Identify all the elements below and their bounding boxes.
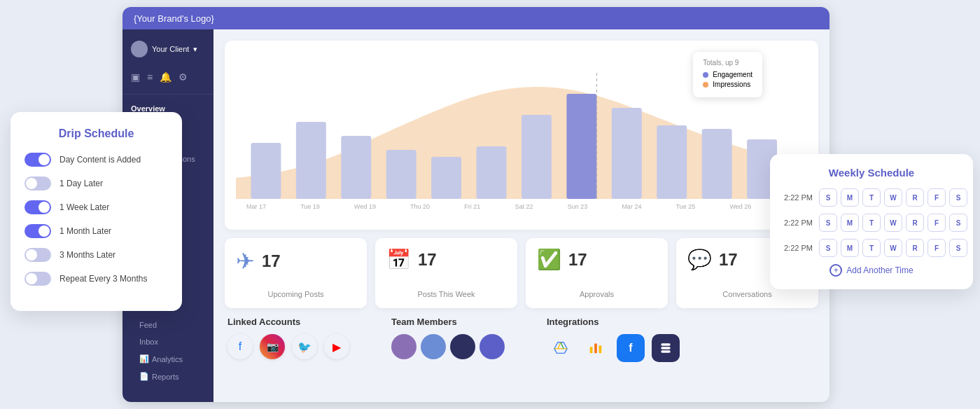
upcoming-posts-label: Upcoming Posts [236,290,356,298]
gear-icon[interactable]: ⚙ [178,71,188,83]
team-members-section: Team Members [391,317,505,362]
chevron-down-icon: ▾ [193,45,197,54]
stat-top-approvals: ✅ 17 [537,248,657,271]
day-btn-R1[interactable]: R [906,214,924,232]
svg-rect-3 [386,150,416,199]
linked-accounts-section: Linked Accounts f 📷 🐦 ▶ [227,317,349,362]
app-container: {Your Brand's Logo} Your Client ▾ ▣ ≡ 🔔 … [122,7,830,402]
chart-card: Totals, up 9 Engagement Impressions [225,41,818,230]
integrations-title: Integrations [547,317,680,327]
sidebar-client[interactable]: Your Client ▾ [122,41,214,66]
day-btn-T0[interactable]: T [862,188,881,207]
weekly-schedule-card: Weekly Schedule 2:22 PM S M T W R F S 2:… [770,154,973,289]
drip-item-0: Day Content is Added [24,153,168,167]
posts-week-label: Posts This Week [386,290,506,298]
sidebar-divider [122,94,214,95]
drip-toggle-2[interactable] [24,200,51,214]
reports-icon: 📄 [139,372,149,381]
day-btn-R0[interactable]: R [906,188,924,207]
stat-top-thisweek: 📅 17 [386,248,506,271]
check-circle-icon: ✅ [537,248,561,271]
google-drive-icon[interactable] [547,334,575,362]
app-header: {Your Brand's Logo} [122,7,830,29]
svg-rect-15 [599,345,602,353]
drip-label-0: Day Content is Added [59,155,141,165]
sidebar-item-reports[interactable]: 📄 Reports [131,368,205,385]
instagram-account-icon[interactable]: 📷 [260,334,285,359]
day-btn-M2[interactable]: M [841,239,859,257]
day-btn-F1[interactable]: F [927,214,946,232]
svg-rect-16 [661,343,670,345]
add-time-icon: + [830,264,842,277]
sidebar-icons: ▣ ≡ 🔔 ⚙ [122,66,214,88]
day-btn-R2[interactable]: R [906,239,924,257]
twitter-account-icon[interactable]: 🐦 [292,334,317,359]
day-btn-S2-0[interactable]: S [949,188,967,207]
day-btn-W1[interactable]: W [884,214,902,232]
drip-label-5: Repeat Every 3 Months [59,274,147,284]
day-buttons-2: S M T W R F S [819,239,967,257]
day-btn-W0[interactable]: W [884,188,902,207]
app-content: Your Client ▾ ▣ ≡ 🔔 ⚙ Overview Dashboard… [122,29,830,402]
drip-item-1: 1 Day Later [24,176,168,190]
drip-label-2: 1 Week Later [59,202,109,212]
bell-icon[interactable]: 🔔 [160,71,172,83]
day-btn-T1[interactable]: T [862,214,881,232]
team-members-title: Team Members [391,317,505,327]
drip-toggle-0[interactable] [24,153,51,167]
analytics-icon[interactable] [582,334,610,362]
day-btn-W2[interactable]: W [884,239,902,257]
stat-card-approvals: ✅ 17 Approvals [526,238,668,308]
svg-rect-1 [296,122,326,199]
day-btn-S2-2[interactable]: S [949,239,967,257]
drip-toggle-4[interactable] [24,248,51,262]
day-btn-S0[interactable]: S [819,188,837,207]
calendar-icon: 📅 [386,248,411,271]
bottom-row: Linked Accounts f 📷 🐦 ▶ Team Members [225,317,818,362]
svg-rect-9 [657,125,687,199]
svg-rect-13 [590,347,593,353]
brand-logo-text: {Your Brand's Logo} [134,13,214,24]
analytics-icon: 📊 [139,354,149,363]
day-btn-S1[interactable]: S [819,214,837,232]
facebook-account-icon[interactable]: f [227,334,253,359]
drip-item-3: 1 Month Later [24,224,168,238]
day-btn-F0[interactable]: F [927,188,946,207]
drip-item-5: Repeat Every 3 Months [24,272,168,286]
sidebar-item-inbox[interactable]: Inbox [131,333,205,350]
drip-toggle-1[interactable] [24,176,51,190]
drip-toggle-3[interactable] [24,224,51,238]
conversations-label: Conversations [687,290,807,298]
day-btn-M1[interactable]: M [841,214,859,232]
drip-label-1: 1 Day Later [59,179,103,188]
sidebar-item-analytics[interactable]: 📊 Analytics [131,350,205,368]
drip-item-2: 1 Week Later [24,200,168,214]
add-time-button[interactable]: + Add Another Time [784,264,959,277]
buffer-icon[interactable] [652,334,680,362]
monitor-icon[interactable]: ▣ [131,71,140,83]
sidebar-item-feed[interactable]: Feed [131,317,205,333]
facebook-integration-icon[interactable]: f [617,334,645,362]
posts-week-number: 17 [418,250,437,270]
youtube-account-icon[interactable]: ▶ [324,334,349,359]
account-icons: f 📷 🐦 ▶ [227,334,349,359]
day-btn-S2-1[interactable]: S [949,214,967,232]
weekly-row-2: 2:22 PM S M T W R F S [784,239,959,257]
list-icon[interactable]: ≡ [147,71,153,83]
svg-rect-18 [661,350,670,352]
day-btn-M0[interactable]: M [841,188,859,207]
drip-toggle-5[interactable] [24,272,51,286]
svg-rect-0 [251,143,281,199]
add-time-label: Add Another Time [846,265,913,275]
svg-rect-6 [522,115,552,199]
approvals-number: 17 [568,250,587,270]
day-btn-S2[interactable]: S [819,239,837,257]
team-avatars [391,334,505,359]
day-btn-T2[interactable]: T [862,239,881,257]
day-btn-F2[interactable]: F [927,239,946,257]
client-name: Your Client [152,45,189,53]
svg-rect-2 [341,136,371,199]
svg-rect-8 [612,108,642,199]
svg-rect-17 [661,347,670,349]
drip-label-4: 3 Months Later [59,250,115,260]
